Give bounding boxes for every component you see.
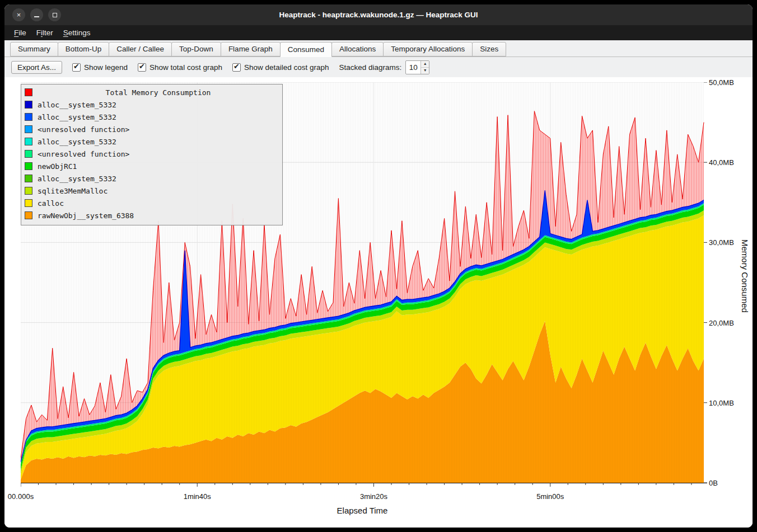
chevron-down-icon: ▾ [424,68,426,73]
x-tick-label: 1min40s [184,492,211,501]
tab-temporary-allocations[interactable]: Temporary Allocations [383,42,473,57]
legend-swatch [25,162,32,170]
x-axis-title: Elapsed Time [337,506,388,515]
checkbox-show-detailed-cost-graph[interactable]: ✔Show detailed cost graph [232,63,329,72]
y-tick-label: 0B [709,479,718,487]
legend-swatch [25,113,32,121]
close-button[interactable]: × [12,8,25,21]
legend-item-label: <unresolved function> [38,150,129,158]
legend-swatch [25,101,32,109]
minimize-button[interactable] [30,8,43,21]
legend-title-row: Total Memory Consumption [25,86,279,98]
chart-area: Total Memory Consumptionalloc__system_53… [4,77,753,528]
legend-item: calloc [25,197,279,209]
legend-item: sqlite3MemMalloc [25,185,279,197]
menubar: FileFilterSettings [4,25,753,40]
checkbox-label: Show detailed cost graph [244,63,329,72]
legend-item: <unresolved function> [25,148,279,160]
check-icon: ✔ [73,62,80,70]
y-tick-label: 20,0MB [709,318,734,327]
export-as-button[interactable]: Export As... [11,61,62,74]
spinner-down-button[interactable]: ▾ [421,68,429,74]
checkbox-box[interactable]: ✔ [72,63,81,72]
y-tick-label: 50,0MB [709,78,734,87]
legend-item: rawNewObj__system_6388 [25,209,279,222]
chevron-up-icon: ▴ [424,62,426,66]
legend-item: newObjRC1 [25,160,279,172]
legend-swatch [25,187,32,195]
stacked-diagrams-label: Stacked diagrams: [339,63,402,72]
tab-bottom-up[interactable]: Bottom-Up [58,42,110,57]
checkbox-box[interactable]: ✔ [232,63,241,72]
tab-caller-callee[interactable]: Caller / Callee [109,42,172,57]
legend-swatch [25,150,32,158]
check-icon: ✔ [139,62,145,70]
spinner-up-button[interactable]: ▴ [421,61,429,68]
checkbox-show-total-cost-graph[interactable]: ✔Show total cost graph [138,63,222,72]
legend-swatch [25,125,32,133]
y-tick-label: 10,0MB [709,398,734,407]
tab-allocations[interactable]: Allocations [331,42,384,57]
titlebar: × Heaptrack - heaptrack.wakunode.1.gz — … [4,4,753,25]
maximize-button[interactable] [48,8,61,21]
legend-item-label: rawNewObj__system_6388 [38,211,134,220]
legend-swatch-total [25,88,32,96]
checkbox-label: Show legend [84,63,128,72]
legend-title: Total Memory Consumption [38,88,279,97]
y-tick-label: 40,0MB [709,158,734,167]
tabbar: SummaryBottom-UpCaller / CalleeTop-DownF… [4,40,753,57]
minimize-icon [34,16,39,17]
legend-item-label: newObjRC1 [38,162,77,171]
checkbox-show-legend[interactable]: ✔Show legend [72,63,128,72]
y-axis-title: Memory Consumed [740,239,750,313]
legend-item-label: alloc__system_5332 [38,113,116,121]
legend-item-label: sqlite3MemMalloc [38,187,108,195]
y-tick-label: 30,0MB [709,238,734,247]
legend-swatch [25,138,32,145]
stacked-diagrams-value: 10 [406,61,420,74]
legend-item: alloc__system_5332 [25,135,279,148]
checkbox-box[interactable]: ✔ [138,63,146,72]
menu-filter[interactable]: Filter [31,27,58,39]
maximize-icon [53,13,57,17]
toolbar: Export As... ✔Show legend✔Show total cos… [4,57,753,77]
legend-item: alloc__system_5332 [25,172,279,185]
legend-item: alloc__system_5332 [25,98,279,111]
tab-flame-graph[interactable]: Flame Graph [221,42,281,57]
menu-file[interactable]: File [9,27,31,39]
toolbar-checkboxes: ✔Show legend✔Show total cost graph✔Show … [72,63,329,72]
close-icon: × [17,11,21,18]
chart-legend: Total Memory Consumptionalloc__system_53… [21,84,283,225]
legend-item-label: alloc__system_5332 [38,138,116,146]
heaptrack-window: × Heaptrack - heaptrack.wakunode.1.gz — … [4,4,753,528]
tab-consumed[interactable]: Consumed [280,42,332,57]
legend-swatch [25,211,32,219]
checkbox-label: Show total cost graph [149,63,222,72]
menu-settings[interactable]: Settings [58,27,96,39]
legend-item: <unresolved function> [25,123,279,135]
legend-swatch [25,175,32,182]
window-controls: × [12,8,61,21]
stacked-diagrams-group: Stacked diagrams: 10 ▴ ▾ [339,60,430,74]
legend-item-label: <unresolved function> [38,125,129,134]
stacked-diagrams-spinbox[interactable]: 10 ▴ ▾ [405,60,429,74]
legend-item-label: alloc__system_5332 [38,101,116,109]
tab-top-down[interactable]: Top-Down [171,42,221,57]
tab-summary[interactable]: Summary [10,42,58,57]
legend-item-label: calloc [38,199,64,208]
check-icon: ✔ [233,62,240,70]
spinner-arrows: ▴ ▾ [420,61,429,74]
x-tick-label: 00.000s [8,492,34,501]
legend-item: alloc__system_5332 [25,111,279,123]
window-title: Heaptrack - heaptrack.wakunode.1.gz — He… [4,11,753,19]
x-tick-label: 5min00s [536,492,564,501]
tab-sizes[interactable]: Sizes [472,42,506,57]
legend-swatch [25,199,32,207]
legend-item-label: alloc__system_5332 [38,175,116,183]
x-tick-label: 3min20s [360,492,387,501]
